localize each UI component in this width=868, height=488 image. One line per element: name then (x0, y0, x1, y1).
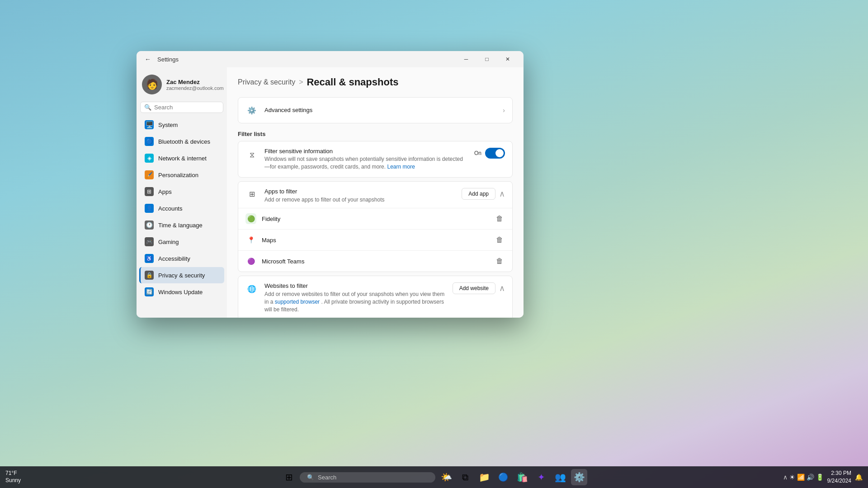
sidebar: 🧑 Zac Mendez zacmendez@outlook.com 🔍 🖥️ … (137, 67, 227, 318)
websites-to-filter-card: 🌐 Websites to filter Add or remove websi… (238, 276, 513, 318)
filter-icon: ⧖ (245, 149, 258, 161)
globe-icon: 🌐 (245, 282, 258, 295)
sidebar-label-accounts: Accounts (158, 205, 182, 212)
sidebar-item-network[interactable]: ◈ Network & internet (139, 150, 224, 166)
chevron-up-icon[interactable]: ∧ (783, 474, 788, 481)
network-icon: ◈ (145, 154, 154, 163)
sidebar-item-system[interactable]: 🖥️ System (139, 117, 224, 133)
websites-filter-actions: Add website ∧ (453, 282, 505, 294)
apps-collapse-icon[interactable]: ∧ (499, 189, 505, 199)
breadcrumb-parent[interactable]: Privacy & security (238, 78, 295, 86)
sidebar-search-box[interactable]: 🔍 (140, 102, 223, 113)
minimize-button[interactable]: ─ (456, 52, 476, 66)
maximize-button[interactable]: □ (476, 52, 497, 66)
brightness-icon[interactable]: ☀ (789, 474, 795, 481)
taskbar-left: 71°F Sunny (5, 470, 26, 484)
settings-taskbar[interactable]: ⚙️ (571, 469, 587, 485)
delete-fidelity-button[interactable]: 🗑 (494, 213, 505, 225)
multitask-icon: ⧉ (462, 472, 468, 483)
taskbar: 71°F Sunny ⊞ 🔍 Search 🌤️ ⧉ 📁 🔵 🛍️ ✦ (0, 466, 868, 488)
clock[interactable]: 2:30 PM 9/24/2024 (827, 469, 851, 485)
back-button[interactable]: ← (142, 54, 154, 65)
sidebar-item-personalization[interactable]: 🖌️ Personalization (139, 167, 224, 183)
date-display: 9/24/2024 (827, 478, 851, 484)
advanced-settings-label: Advanced settings (264, 107, 496, 113)
user-name: Zac Mendez (166, 79, 224, 85)
privacy-icon: 🔒 (145, 271, 154, 280)
accessibility-icon: ♿ (145, 254, 154, 263)
add-website-button[interactable]: Add website (453, 282, 495, 294)
edge-icon: 🔵 (498, 472, 508, 482)
fidelity-app-name: Fidelity (262, 216, 489, 222)
volume-icon[interactable]: 🔊 (807, 474, 814, 481)
app-filter-fidelity: 🟢 Fidelity 🗑 (238, 208, 512, 230)
title-bar: ← Settings ─ □ ✕ (137, 51, 524, 67)
time-display: 2:30 PM (831, 470, 851, 476)
notification-icon[interactable]: 🔔 (855, 474, 863, 481)
delete-teams-button[interactable]: 🗑 (494, 255, 505, 267)
filter-sensitive-row: ⧖ Filter sensitive information Windows w… (238, 141, 512, 177)
filter-sensitive-title: Filter sensitive information (264, 148, 468, 155)
network-sys-icon[interactable]: 📶 (797, 474, 805, 481)
learn-more-link[interactable]: Learn more (387, 164, 415, 170)
sidebar-item-accessibility[interactable]: ♿ Accessibility (139, 250, 224, 267)
sidebar-label-apps: Apps (158, 188, 172, 195)
sidebar-item-time[interactable]: 🕐 Time & language (139, 217, 224, 233)
supported-browser-link[interactable]: supported browser (275, 299, 320, 305)
widget-icon[interactable]: 🌤️ (438, 469, 454, 485)
app-filter-maps: 📍 Maps 🗑 (238, 230, 512, 251)
search-label: Search (318, 474, 336, 481)
filter-sensitive-desc: Windows will not save snapshots when pot… (264, 155, 468, 171)
teams-app-icon: 👥 (555, 472, 566, 483)
filter-sensitive-toggle[interactable] (485, 148, 505, 159)
websites-filter-desc: Add or remove websites to filter out of … (264, 291, 446, 313)
teams-icon: 🟣 (245, 256, 256, 267)
avatar: 🧑 (142, 75, 162, 94)
maps-icon: 📍 (245, 235, 256, 245)
store-taskbar[interactable]: 🛍️ (514, 469, 530, 485)
user-email: zacmendez@outlook.com (166, 85, 224, 91)
websites-collapse-icon[interactable]: ∧ (499, 283, 505, 293)
apps-filter-actions: Add app ∧ (462, 188, 505, 200)
taskbar-search-bar[interactable]: 🔍 Search (300, 472, 435, 483)
breadcrumb-separator: > (299, 78, 303, 86)
delete-maps-button[interactable]: 🗑 (494, 234, 505, 246)
sidebar-item-accounts[interactable]: 👤 Accounts (139, 200, 224, 216)
battery-icon[interactable]: 🔋 (816, 474, 824, 481)
advanced-settings-row[interactable]: ⚙️ Advanced settings › (238, 98, 512, 123)
sidebar-item-gaming[interactable]: 🎮 Gaming (139, 234, 224, 250)
user-profile[interactable]: 🧑 Zac Mendez zacmendez@outlook.com (137, 71, 227, 102)
store-icon: 🛍️ (517, 472, 528, 483)
sidebar-item-bluetooth[interactable]: 🔵 Bluetooth & devices (139, 133, 224, 150)
sidebar-item-update[interactable]: 🔄 Windows Update (139, 284, 224, 300)
sidebar-search-input[interactable] (154, 104, 219, 111)
search-icon: 🔍 (144, 104, 151, 111)
sidebar-label-time: Time & language (158, 222, 203, 229)
fidelity-icon: 🟢 (245, 213, 256, 224)
personalization-icon: 🖌️ (145, 170, 154, 179)
sidebar-item-apps[interactable]: ⊞ Apps (139, 183, 224, 200)
windows-logo-icon: ⊞ (285, 472, 293, 483)
teams-taskbar[interactable]: 👥 (552, 469, 568, 485)
apps-filter-desc: Add or remove apps to filter out of your… (264, 196, 455, 204)
folder-icon: 📁 (479, 472, 490, 483)
sidebar-label-accessibility: Accessibility (158, 255, 190, 262)
sidebar-item-privacy[interactable]: 🔒 Privacy & security (139, 267, 224, 283)
copilot-taskbar[interactable]: ✦ (533, 469, 549, 485)
gaming-icon: 🎮 (145, 237, 154, 246)
task-view-button[interactable]: ⧉ (457, 469, 473, 485)
apps-to-filter-card: ⊞ Apps to filter Add or remove apps to f… (238, 181, 513, 272)
taskbar-right: ∧ ☀ 📶 🔊 🔋 2:30 PM 9/24/2024 🔔 (783, 469, 863, 485)
app-filter-teams: 🟣 Microsoft Teams 🗑 (238, 251, 512, 272)
title-bar-controls: ─ □ ✕ (456, 52, 518, 66)
settings-window: ← Settings ─ □ ✕ 🧑 Zac Mendez zacmendez@… (137, 51, 524, 318)
file-explorer-taskbar[interactable]: 📁 (476, 469, 492, 485)
close-button[interactable]: ✕ (497, 52, 518, 66)
websites-filter-header: 🌐 Websites to filter Add or remove websi… (238, 276, 512, 318)
add-app-button[interactable]: Add app (462, 188, 495, 200)
start-button[interactable]: ⊞ (281, 469, 297, 485)
time-icon: 🕐 (145, 221, 154, 230)
edge-taskbar[interactable]: 🔵 (495, 469, 511, 485)
sidebar-label-update: Windows Update (158, 289, 203, 296)
weather-condition: Sunny (5, 477, 21, 484)
